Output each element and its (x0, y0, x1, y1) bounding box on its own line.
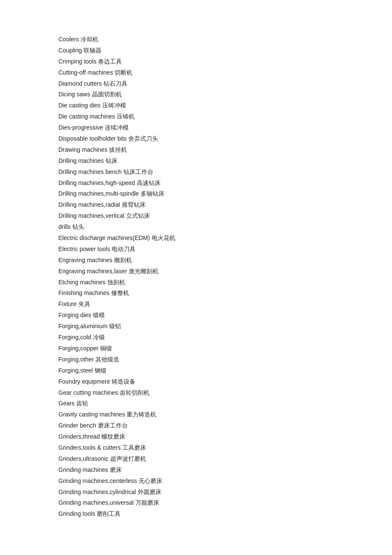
item-en-label: Forging,copper (58, 345, 98, 352)
item-en-label: Finishing machines (58, 289, 110, 296)
list-item: Dies-progressive连续冲模 (58, 122, 334, 133)
list-item: Die casting machines压铸机 (58, 111, 334, 122)
item-zh-label: 舍弃式刀头 (128, 135, 158, 142)
item-en-label: Gravity casting machines (58, 411, 125, 418)
list-item: Diamond cutters钻石刀具 (58, 78, 334, 90)
item-zh-label: 晶圆切割机 (92, 91, 122, 98)
item-zh-label: 外圆磨床 (138, 489, 161, 495)
item-en-label: Die casting machines (58, 113, 115, 120)
list-item: Electric discharge machines(EDM)电火花机 (58, 233, 334, 244)
list-item: Coolers冷却机 (58, 34, 334, 45)
list-item: Foundry equipment铸造设备 (58, 376, 334, 387)
item-zh-label: 钻床 (106, 157, 118, 164)
items-list: Coolers冷却机Coupling联轴器Crimping tools卷边工具C… (58, 34, 334, 520)
item-zh-label: 万能磨床 (135, 499, 159, 506)
item-en-label: Dies-progressive (58, 124, 103, 131)
list-item: Electric power tools电动刀具 (58, 244, 334, 255)
item-en-label: Coolers (58, 36, 79, 43)
item-en-label: Drilling machines,high-speed (58, 179, 135, 186)
item-en-label: Grinding machines,cylindrical (58, 489, 136, 495)
item-en-label: Dicing saws (58, 91, 90, 98)
list-item: Forging,steel钢锻 (58, 365, 334, 376)
item-en-label: Etching machines (58, 279, 106, 286)
list-item: Grinders,ultrasonic超声波打磨机 (58, 454, 334, 465)
item-zh-label: 冷锻 (93, 334, 105, 341)
item-zh-label: 重力铸造机 (127, 411, 156, 418)
item-zh-label: 联轴器 (84, 47, 101, 54)
item-zh-label: 冷却机 (81, 36, 98, 43)
item-en-label: Forging,steel (58, 367, 93, 374)
item-en-label: Drilling machines (58, 157, 104, 164)
list-item: Forging,copper铜锻 (58, 343, 334, 354)
item-en-label: Diamond cutters (58, 80, 102, 87)
item-en-label: Grinders,thread (58, 433, 100, 440)
list-item: Forging,cold冷锻 (58, 332, 334, 343)
item-zh-label: 电动刀具 (112, 246, 135, 252)
item-zh-label: 齿轮 (76, 400, 88, 407)
item-en-label: Electric power tools (58, 246, 110, 252)
item-zh-label: 立式钻床 (126, 212, 150, 219)
item-en-label: Disposable toolholder bits (58, 135, 127, 142)
item-zh-label: 修整机 (111, 289, 129, 296)
item-zh-label: 高速钻床 (137, 179, 161, 186)
item-en-label: Forging,cold (58, 334, 91, 341)
list-item: Die casting dies压铸冲模 (58, 100, 334, 111)
item-zh-label: 摇臂钻床 (122, 201, 146, 208)
item-zh-label: 螺纹磨床 (101, 433, 125, 440)
list-item: Finishing machines修整机 (58, 288, 334, 299)
item-en-label: Grinding machines,centerless (58, 477, 137, 484)
item-zh-label: 压铸冲模 (102, 102, 126, 109)
list-item: Gears齿轮 (58, 398, 334, 409)
item-en-label: Drilling machines,multi-spindle (58, 190, 139, 197)
list-item: Grinding machines磨床 (58, 465, 334, 476)
list-item: Grinding tools磨削工具 (58, 509, 334, 520)
item-zh-label: 工具磨床 (122, 444, 146, 451)
item-en-label: Drilling machines,radial (58, 201, 120, 208)
item-en-label: Coupling (58, 47, 82, 54)
item-zh-label: 铜锻 (100, 345, 112, 352)
item-zh-label: 锻模 (93, 312, 105, 318)
item-en-label: Drawing machines (58, 146, 107, 153)
item-en-label: Grinder bench (58, 422, 96, 429)
item-en-label: Grinding tools (58, 510, 95, 517)
item-zh-label: 铸造设备 (112, 378, 135, 385)
item-en-label: Drilling machines,vertical (58, 212, 124, 219)
item-zh-label: 锻铝 (109, 323, 121, 330)
list-item: Grinder bench磨床工作台 (58, 420, 334, 431)
list-item: Drilling machines bench钻床工作台 (58, 167, 334, 178)
item-en-label: Forging,other (58, 356, 94, 363)
item-zh-label: 钢锻 (95, 367, 107, 374)
list-item: Forging,aluminium锻铝 (58, 321, 334, 332)
list-item: Engraving machines雕刻机 (58, 255, 334, 266)
item-en-label: Grinders,ultrasonic (58, 455, 109, 462)
item-zh-label: 多轴钻床 (141, 190, 164, 197)
item-en-label: Electric discharge machines(EDM) (58, 234, 150, 241)
item-en-label: Fixture (58, 301, 77, 307)
item-en-label: Drilling machines bench (58, 168, 122, 175)
list-item: Drilling machines,radial摇臂钻床 (58, 199, 334, 211)
item-zh-label: 卷边工具 (98, 58, 122, 65)
list-item: Drilling machines,multi-spindle多轴钻床 (58, 188, 334, 199)
item-zh-label: 其他锻造 (95, 356, 119, 363)
item-zh-label: 磨床 (110, 466, 122, 473)
item-en-label: Die casting dies (58, 102, 101, 109)
item-en-label: Gears (58, 400, 75, 407)
item-zh-label: 超声波打磨机 (110, 455, 146, 462)
item-zh-label: 压铸机 (117, 113, 135, 120)
item-zh-label: 激光雕刻机 (129, 268, 159, 275)
list-item: Grinders,thread螺纹磨床 (58, 431, 334, 442)
item-en-label: Engraving machines (58, 257, 112, 263)
list-item: Forging dies锻模 (58, 310, 334, 321)
item-zh-label: 磨削工具 (97, 510, 121, 517)
list-item: Dicing saws晶圆切割机 (58, 89, 334, 100)
item-en-label: Forging,aluminium (58, 323, 107, 330)
item-zh-label: 连续冲模 (105, 124, 129, 131)
item-zh-label: 夹具 (78, 301, 90, 307)
list-item: Grinding machines,cylindrical外圆磨床 (58, 487, 334, 498)
item-zh-label: 雕刻机 (114, 257, 132, 263)
list-item: drills钻头 (58, 222, 334, 233)
item-zh-label: 电火花机 (152, 234, 176, 241)
item-en-label: Crimping tools (58, 58, 96, 65)
item-zh-label: 钻头 (72, 223, 84, 230)
list-item: Engraving machines,laser激光雕刻机 (58, 266, 334, 277)
